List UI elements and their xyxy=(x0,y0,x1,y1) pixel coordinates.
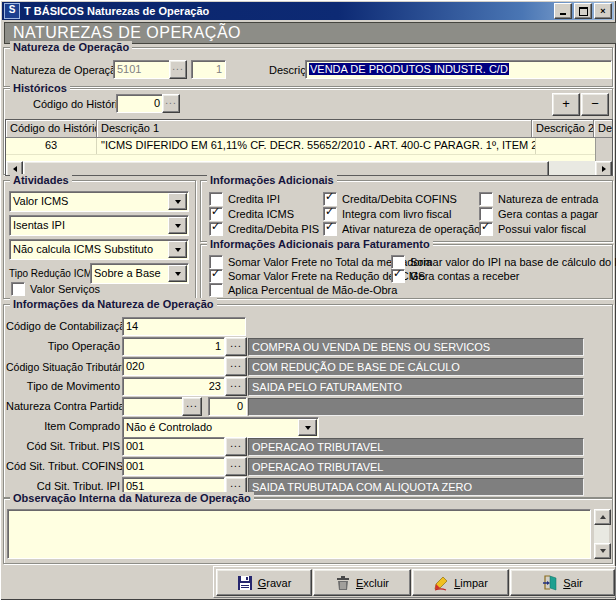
dropdown-button[interactable] xyxy=(168,241,187,258)
contra-partida-input[interactable] xyxy=(122,397,184,416)
descricao-input[interactable]: VENDA DE PRODUTOS INDUSTR. C/D xyxy=(305,60,612,79)
maximize-button[interactable] xyxy=(574,3,592,19)
button-label: Limpar xyxy=(454,577,488,589)
save-icon xyxy=(237,575,253,591)
isentas-ipi-select[interactable]: Isentas IPI xyxy=(9,215,189,236)
checkbox-label: Credita/Debita COFINS xyxy=(342,193,457,205)
checkbox-possui-valor-fiscal[interactable]: ✓Possui valor fiscal xyxy=(479,222,586,236)
dropdown-button[interactable] xyxy=(168,217,187,234)
check-icon: ✓ xyxy=(211,220,220,233)
checkbox-valor-servicos[interactable]: ✓ Valor Serviços xyxy=(11,282,100,296)
checkbox-box: ✓ xyxy=(323,207,337,221)
clear-icon xyxy=(433,575,449,591)
natureza-operacao-input[interactable]: 5101 xyxy=(113,60,172,79)
checkbox-label: Possui valor fiscal xyxy=(498,223,586,235)
contra-partida-browse-button[interactable]: ... xyxy=(182,397,202,416)
checkbox-ativar-natureza[interactable]: ✓Ativar natureza de operação xyxy=(323,222,480,236)
title-bar[interactable]: S T BÁSICOS Naturezas de Operação × xyxy=(2,2,614,20)
column-header-descricao1[interactable]: Descrição 1 xyxy=(97,120,532,138)
select-value: Não calcula ICMS Substituto xyxy=(13,243,153,255)
checkbox-gera-contas-pagar[interactable]: ✓Gera contas a pagar xyxy=(479,207,598,221)
pis-input[interactable]: 001 xyxy=(122,437,225,456)
cofins-display: OPERACAO TRIBUTAVEL xyxy=(248,458,584,476)
checkbox-gera-contas-receber[interactable]: ✓Gera contas a receber xyxy=(391,269,519,283)
select-value: Isentas IPI xyxy=(13,219,65,231)
codigo-historico-input[interactable]: 0 xyxy=(116,94,164,113)
observacao-textarea[interactable] xyxy=(7,509,591,559)
checkbox-credita-debita-cofins[interactable]: ✓Credita/Debita COFINS xyxy=(323,192,457,206)
checkbox-percentual-mao-de-obra[interactable]: ✓Aplica Percentual de Mão-de-Obra xyxy=(209,283,397,297)
minimize-button[interactable] xyxy=(554,3,572,19)
tipo-movimento-browse-button[interactable]: ... xyxy=(225,377,247,396)
dropdown-button[interactable] xyxy=(168,265,187,282)
table-row[interactable]: 63 "ICMS DIFERIDO EM 61,11% CF. DECR. 55… xyxy=(6,138,612,155)
group-title: Observação Interna da Natureza de Operaç… xyxy=(10,492,254,504)
column-header-descricao2[interactable]: Descrição 2 xyxy=(532,120,594,138)
remove-historico-button[interactable]: − xyxy=(581,93,609,116)
dropdown-button[interactable] xyxy=(168,193,187,210)
valor-icms-select[interactable]: Valor ICMS xyxy=(9,191,189,212)
tipo-operacao-input[interactable]: 1 xyxy=(122,337,225,356)
chevron-down-icon xyxy=(175,272,181,276)
checkbox-ipi-base-calculo-icms[interactable]: ✓Somar valor do IPI na base de cálculo d… xyxy=(391,255,616,269)
cofins-input[interactable]: 001 xyxy=(122,457,225,476)
sair-button[interactable]: Sair xyxy=(510,569,615,596)
codigo-historico-label: Código do Histórico xyxy=(33,98,129,110)
group-title: Informações da Natureza de Operação xyxy=(10,298,217,310)
pis-browse-button[interactable]: ... xyxy=(225,437,247,456)
scroll-down-button[interactable] xyxy=(594,543,611,559)
natureza-operacao-label: Natureza de Operação xyxy=(11,64,122,76)
tipo-movimento-input[interactable]: 23 xyxy=(122,377,225,396)
observacao-scrollbar[interactable] xyxy=(594,509,609,559)
checkbox-box: ✓ xyxy=(479,192,493,206)
chevron-down-icon xyxy=(305,426,311,430)
historicos-table[interactable]: Código do Histórico Descrição 1 Descriçã… xyxy=(5,119,613,176)
cofins-browse-button[interactable]: ... xyxy=(225,457,247,476)
icms-substituto-select[interactable]: Não calcula ICMS Substituto xyxy=(9,239,189,260)
tipo-reducao-select[interactable]: Sobre a Base xyxy=(90,263,189,284)
group-faturamento: Informações Adicionais para Faturamento … xyxy=(200,244,613,299)
add-historico-button[interactable]: + xyxy=(552,93,580,116)
chevron-down-icon xyxy=(175,200,181,204)
scroll-right-button[interactable] xyxy=(595,161,612,176)
checkbox-integra-livro-fiscal[interactable]: ✓Integra com livro fiscal xyxy=(323,207,451,221)
table-header[interactable]: Código do Histórico Descrição 1 Descriçã… xyxy=(6,120,612,138)
natureza-browse-button[interactable]: ... xyxy=(169,60,187,79)
checkbox-credita-icms[interactable]: ✓Credita ICMS xyxy=(209,207,294,221)
checkbox-credita-debita-pis[interactable]: ✓Credita/Debita PIS xyxy=(209,222,319,236)
checkbox-natureza-entrada[interactable]: ✓Natureza de entrada xyxy=(479,192,598,206)
checkbox-box: ✓ xyxy=(323,192,337,206)
contra-partida-display xyxy=(248,398,584,416)
arrow-left-icon xyxy=(13,166,17,172)
arrow-right-icon xyxy=(602,166,606,172)
checkbox-box: ✓ xyxy=(479,222,493,236)
tipo-operacao-browse-button[interactable]: ... xyxy=(225,337,247,356)
gravar-button[interactable]: Gravar xyxy=(216,569,312,596)
excluir-button[interactable]: Excluir xyxy=(313,569,411,596)
contabilizacao-input[interactable]: 14 xyxy=(122,317,246,336)
natureza-seq-input[interactable]: 1 xyxy=(191,60,226,79)
contra-partida-seq-input[interactable]: 0 xyxy=(208,397,247,416)
column-header-codigo[interactable]: Código do Histórico xyxy=(6,120,97,138)
checkbox-label: Credita ICMS xyxy=(228,208,294,220)
situacao-tributaria-display: COM REDUÇÃO DE BASE DE CÁLCULO xyxy=(248,358,584,376)
limpar-button[interactable]: Limpar xyxy=(412,569,509,596)
button-label: Gravar xyxy=(258,577,292,589)
checkbox-label: Valor Serviços xyxy=(30,283,100,295)
scrollbar-track[interactable] xyxy=(549,161,595,175)
group-historicos: Históricos Código do Histórico 0 ... + −… xyxy=(3,88,613,175)
checkbox-box: ✓ xyxy=(209,192,223,206)
historico-browse-button[interactable]: ... xyxy=(162,94,180,113)
checkbox-credita-ipi[interactable]: ✓Credita IPI xyxy=(209,192,280,206)
close-button[interactable]: × xyxy=(594,3,612,19)
item-comprado-select[interactable]: Não é Controlado xyxy=(122,417,319,438)
group-title: Informações Adicionais para Faturamento xyxy=(207,238,433,250)
table-horizontal-scrollbar[interactable] xyxy=(6,161,612,175)
situacao-tributaria-browse-button[interactable]: ... xyxy=(225,357,247,376)
ipi-display: SAIDA TRUBUTADA COM ALIQUOTA ZERO xyxy=(248,478,584,496)
scroll-up-button[interactable] xyxy=(594,509,611,525)
situacao-tributaria-input[interactable]: 020 xyxy=(122,357,225,376)
column-header-descricao3[interactable]: Descriç xyxy=(594,120,613,138)
dropdown-button[interactable] xyxy=(298,419,317,436)
chevron-down-icon xyxy=(175,224,181,228)
